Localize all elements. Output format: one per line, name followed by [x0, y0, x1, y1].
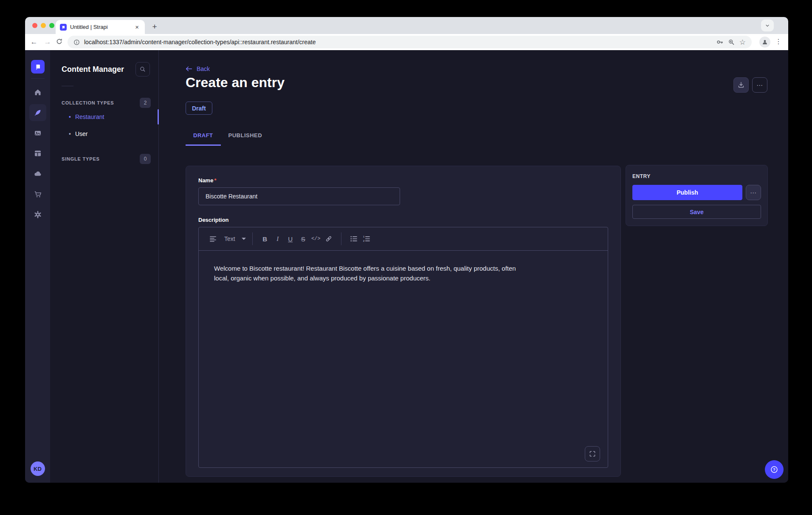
bulleted-list-icon[interactable]: [347, 232, 360, 245]
collection-types-section-header: COLLECTION TYPES 2: [50, 97, 158, 108]
link-icon[interactable]: [322, 232, 335, 245]
password-key-icon[interactable]: [716, 38, 724, 46]
more-actions-button[interactable]: ⋯: [752, 77, 767, 93]
single-types-count-badge: 0: [140, 154, 151, 164]
header-actions: ⋯: [733, 77, 767, 93]
fullscreen-window-button[interactable]: [49, 23, 54, 28]
deploy-cloud-icon[interactable]: [29, 165, 46, 182]
marketplace-cart-icon[interactable]: [29, 186, 46, 203]
subnav-title: Content Manager: [62, 65, 124, 74]
browser-menu-icon[interactable]: ⋮: [775, 37, 782, 45]
save-button[interactable]: Save: [632, 205, 761, 219]
numbered-list-icon[interactable]: 12: [360, 232, 373, 245]
richtext-editor: Text B I U S </>: [198, 227, 608, 468]
browser-profile-avatar[interactable]: [759, 37, 770, 48]
browser-reload-button[interactable]: [56, 38, 67, 45]
settings-gear-icon[interactable]: [29, 206, 46, 223]
underline-button[interactable]: U: [284, 232, 297, 245]
name-input[interactable]: [198, 187, 400, 205]
browser-tabstrip: Untitled | Strapi × +: [25, 17, 788, 34]
sidebar-item-restaurant[interactable]: • Restaurant: [50, 108, 158, 125]
chevron-down-icon: [241, 237, 246, 241]
main-nav-rail: KD: [25, 50, 50, 483]
entry-more-button[interactable]: ⋯: [746, 185, 761, 200]
browser-tab[interactable]: Untitled | Strapi ×: [56, 20, 145, 34]
content-type-builder-icon[interactable]: [29, 145, 46, 162]
close-window-button[interactable]: [32, 23, 37, 28]
home-icon[interactable]: [29, 84, 46, 101]
entry-panel: ENTRY Publish ⋯ Save: [626, 165, 768, 226]
status-badge: Draft: [186, 102, 212, 115]
tab-published[interactable]: PUBLISHED: [221, 129, 270, 146]
richtext-content[interactable]: Welcome to Biscotte restaurant! Restaura…: [199, 251, 543, 296]
help-button[interactable]: ?: [765, 460, 784, 479]
export-download-button[interactable]: [733, 77, 749, 93]
bullet-icon: •: [69, 130, 71, 137]
media-library-icon[interactable]: [29, 125, 46, 141]
bullet-icon: •: [69, 113, 71, 120]
required-asterisk: *: [214, 177, 216, 184]
url-text[interactable]: localhost:1337/admin/content-manager/col…: [84, 39, 712, 45]
tab-search-chevron-icon[interactable]: [761, 20, 774, 31]
draft-published-tabs: DRAFT PUBLISHED: [186, 129, 270, 146]
browser-toolbar: ← → localhost:1337/admin/content-manager…: [25, 34, 788, 50]
toolbar-divider: [341, 232, 341, 245]
block-type-select[interactable]: Text: [224, 235, 246, 242]
browser-forward-button[interactable]: →: [42, 38, 53, 46]
address-bar[interactable]: localhost:1337/admin/content-manager/col…: [68, 36, 752, 48]
collection-types-count-badge: 2: [140, 98, 151, 108]
tab-close-icon[interactable]: ×: [133, 23, 141, 31]
main-content: Back Create an entry Draft ⋯ DRAFT PUBLI…: [159, 50, 788, 483]
svg-text:2: 2: [363, 240, 364, 242]
subnav-divider: [62, 86, 73, 86]
browser-back-button[interactable]: ←: [28, 38, 39, 46]
back-link[interactable]: Back: [186, 65, 210, 72]
expand-editor-button[interactable]: [585, 446, 600, 461]
bookmark-star-icon[interactable]: ☆: [739, 38, 746, 47]
strapi-app: KD Content Manager COLLECTION TYPES 2 • …: [25, 50, 788, 483]
svg-text:?: ?: [773, 467, 775, 472]
richtext-toolbar: Text B I U S </>: [199, 227, 608, 251]
content-manager-subnav: Content Manager COLLECTION TYPES 2 • Res…: [50, 50, 159, 483]
strapi-favicon-icon: [60, 24, 67, 31]
strikethrough-button[interactable]: S: [297, 232, 310, 245]
site-info-icon[interactable]: [73, 39, 80, 45]
page-title: Create an entry: [186, 75, 285, 91]
bold-button[interactable]: B: [259, 232, 271, 245]
back-arrow-icon: [186, 66, 192, 72]
strapi-logo[interactable]: [31, 60, 45, 74]
description-field-label: Description: [198, 217, 608, 223]
content-manager-feather-icon[interactable]: [29, 104, 46, 121]
search-icon[interactable]: [135, 62, 150, 76]
code-button[interactable]: </>: [310, 232, 322, 245]
single-types-section-header: SINGLE TYPES 0: [50, 153, 158, 164]
name-field-label: Name*: [198, 177, 608, 184]
zoom-in-icon[interactable]: [728, 39, 735, 46]
traffic-lights: [32, 23, 54, 28]
tab-title: Untitled | Strapi: [70, 24, 130, 30]
sidebar-item-user[interactable]: • User: [50, 125, 158, 142]
minimize-window-button[interactable]: [41, 23, 46, 28]
rail-divider: [31, 78, 45, 79]
italic-button[interactable]: I: [271, 232, 284, 245]
entry-form-card: Name* Description Text: [186, 166, 621, 477]
entry-panel-title: ENTRY: [632, 173, 761, 179]
browser-window: Untitled | Strapi × + ← → localhost:1337…: [25, 17, 788, 483]
new-tab-button[interactable]: +: [149, 21, 160, 32]
tab-draft[interactable]: DRAFT: [186, 129, 221, 146]
toolbar-divider: [252, 232, 253, 245]
text-align-icon[interactable]: [206, 232, 219, 245]
sidebar-item-label: User: [75, 130, 88, 137]
sidebar-item-label: Restaurant: [75, 113, 104, 120]
svg-text:1: 1: [363, 235, 365, 238]
publish-button[interactable]: Publish: [632, 185, 742, 200]
user-avatar[interactable]: KD: [31, 461, 45, 476]
